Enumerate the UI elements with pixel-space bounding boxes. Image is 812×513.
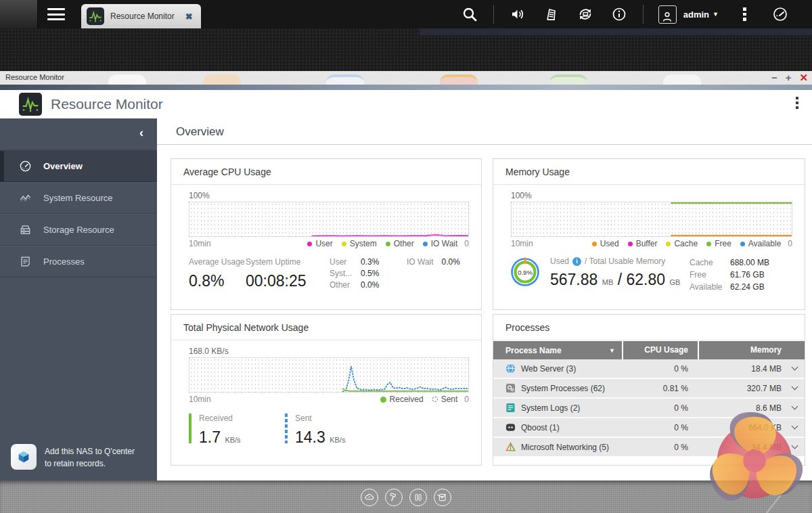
- legend-dot-buffer: [628, 242, 633, 246]
- process-row-qboost[interactable]: Qboost (1) 0 % 664.0 KB: [493, 418, 805, 438]
- legend-dot-other: [386, 242, 390, 246]
- resource-monitor-logo: [19, 93, 42, 116]
- more-options-icon[interactable]: [743, 7, 746, 21]
- columns-icon[interactable]: [409, 489, 427, 506]
- memory-panel-title: Memory Usage: [493, 159, 805, 185]
- cpu-y-axis-max: 100%: [189, 191, 469, 200]
- qcenter-promo[interactable]: Add this NAS to Q'centerto retain record…: [11, 444, 149, 470]
- avg-usage-value: 0.8%: [189, 272, 246, 290]
- admin-username: admin: [683, 9, 709, 20]
- app-tab-resource-monitor[interactable]: Resource Monitor ✖: [81, 4, 201, 28]
- memory-info-icon[interactable]: i: [572, 257, 581, 266]
- cpu-legend: User System Other IO Wait: [307, 239, 457, 248]
- column-header-process-name[interactable]: Process Name ▼: [493, 346, 622, 355]
- window-titlebar[interactable]: Resource Monitor − + ✕: [0, 71, 812, 85]
- expand-row-icon[interactable]: [791, 364, 798, 371]
- processes-panel: Processes Process Name ▼ CPU Usage Memor…: [493, 314, 805, 466]
- sidebar: ‹ Overview System Resource Storage Resou…: [0, 118, 157, 481]
- sidebar-item-label: System Resource: [43, 193, 113, 203]
- window-accent-strip: [0, 85, 812, 90]
- expand-row-icon[interactable]: [791, 443, 798, 449]
- desktop-app-icon: [440, 74, 478, 85]
- network-x-axis-left: 10min: [189, 395, 211, 404]
- sidebar-item-storage-resource[interactable]: Storage Resource: [0, 214, 157, 246]
- system-processes-icon: [505, 383, 516, 393]
- web-server-icon: [505, 363, 516, 374]
- sidebar-item-system-resource[interactable]: System Resource: [0, 182, 157, 214]
- volume-icon[interactable]: [510, 6, 526, 22]
- qcenter-cube-icon: [11, 444, 37, 470]
- app-menu-icon[interactable]: [796, 97, 798, 109]
- cpu-x-axis-right: 0: [464, 239, 469, 248]
- process-row-microsoft-networking[interactable]: Microsoft Networking (5) 0 % 34.4 MB: [493, 438, 805, 458]
- memory-usage-panel: Memory Usage 100% 10min Used Buffer Cach…: [493, 158, 805, 310]
- main-menu-icon[interactable]: [47, 8, 65, 20]
- sent-bar: [285, 414, 288, 443]
- minimize-window-icon[interactable]: −: [771, 72, 777, 84]
- utilities-hammer-icon[interactable]: [385, 489, 403, 506]
- processes-panel-title: Processes: [493, 315, 805, 340]
- cpu-x-axis-left: 10min: [189, 239, 211, 248]
- legend-dot-system: [342, 242, 346, 246]
- process-list-icon: [19, 255, 32, 268]
- process-row-web-server[interactable]: Web Server (3) 0 % 18.4 MB: [493, 359, 805, 379]
- dashboard-icon[interactable]: [772, 6, 788, 22]
- chevron-down-icon: ▼: [713, 11, 719, 18]
- memory-legend: Used Buffer Cache Free Available: [592, 239, 782, 248]
- user-avatar-icon[interactable]: [658, 5, 677, 24]
- topbar-divider: [493, 5, 494, 24]
- desktop-app-icon: [663, 74, 701, 85]
- memory-chart: [511, 202, 792, 237]
- search-icon[interactable]: [461, 6, 478, 22]
- qboost-icon: [505, 422, 516, 432]
- restart-icon[interactable]: [577, 6, 593, 22]
- info-icon[interactable]: [611, 6, 627, 22]
- sort-caret-icon[interactable]: ▼: [609, 347, 615, 354]
- myqnapcloud-icon[interactable]: [361, 489, 378, 506]
- legend-dot-sent: [432, 397, 438, 402]
- close-tab-icon[interactable]: ✖: [185, 12, 193, 21]
- cpu-panel-title: Average CPU Usage: [171, 159, 481, 185]
- notes-icon[interactable]: [434, 489, 451, 506]
- desktop-taskbar: [0, 481, 812, 513]
- collapse-sidebar-icon[interactable]: ‹: [139, 126, 143, 140]
- cpu-chart: [189, 202, 469, 237]
- show-desktop-button[interactable]: [0, 0, 38, 28]
- processes-table-header: Process Name ▼ CPU Usage Memory: [493, 341, 805, 359]
- memory-y-axis-max: 100%: [511, 191, 792, 200]
- cpu-usage-panel: Average CPU Usage 100% 10min User System…: [171, 158, 482, 310]
- legend-dot-used: [592, 242, 597, 246]
- network-panel-title: Total Physical Network Usage: [171, 315, 481, 340]
- desktop-app-icon: [108, 74, 146, 85]
- memory-x-axis-left: 10min: [511, 239, 533, 248]
- process-row-system-processes[interactable]: System Processes (62) 0.81 % 320.7 MB: [493, 379, 805, 399]
- column-header-memory[interactable]: Memory: [698, 341, 784, 359]
- column-header-cpu-usage[interactable]: CPU Usage: [622, 341, 698, 359]
- close-window-icon[interactable]: ✕: [799, 72, 808, 84]
- resource-monitor-window: Resource Monitor − + ✕ Resource Monitor …: [0, 71, 812, 481]
- system-logs-icon: [505, 403, 516, 413]
- expand-row-icon[interactable]: [791, 423, 798, 430]
- received-stat: Received 1.7 KB/s: [189, 414, 285, 447]
- window-title: Resource Monitor: [5, 73, 64, 81]
- uptime-label: System Uptime: [246, 257, 330, 267]
- screen: Resource Monitor ✖ admin ▼: [0, 0, 812, 513]
- background-tasks-icon[interactable]: [543, 6, 560, 22]
- admin-menu[interactable]: admin ▼: [683, 9, 719, 20]
- legend-dot-iowait: [423, 242, 428, 246]
- sidebar-item-overview[interactable]: Overview: [0, 150, 157, 182]
- network-y-axis-max: 168.0 KB/s: [189, 347, 469, 356]
- sidebar-item-processes[interactable]: Processes: [0, 246, 157, 277]
- app-title: Resource Monitor: [51, 96, 163, 112]
- legend-dot-user: [307, 242, 312, 246]
- network-chart: [189, 357, 469, 393]
- expand-row-icon[interactable]: [791, 384, 798, 391]
- storage-icon: [19, 223, 32, 236]
- maximize-window-icon[interactable]: +: [786, 72, 792, 84]
- network-legend: Received Sent: [380, 395, 458, 404]
- received-bar: [189, 414, 191, 443]
- avg-usage-label: Average Usage: [189, 257, 246, 267]
- cpu-breakdown: User0.3% Syst...0.5% Other0.0%: [330, 257, 389, 290]
- process-row-system-logs[interactable]: System Logs (2) 0 % 8.6 MB: [493, 399, 805, 418]
- expand-row-icon[interactable]: [791, 403, 798, 410]
